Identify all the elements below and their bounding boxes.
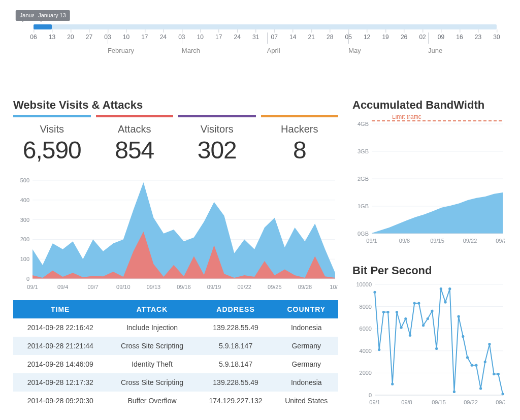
table-cell: United States bbox=[275, 392, 338, 410]
svg-text:100: 100 bbox=[20, 256, 29, 262]
svg-point-80 bbox=[488, 343, 491, 345]
svg-point-77 bbox=[475, 364, 477, 367]
timeline-day-tick: 20 bbox=[67, 34, 74, 41]
svg-point-69 bbox=[440, 287, 442, 290]
stat-visits-value: 6,590 bbox=[13, 136, 91, 164]
svg-text:09/7: 09/7 bbox=[87, 284, 98, 290]
table-cell: 139.228.55.49 bbox=[197, 373, 275, 392]
timeline-track[interactable] bbox=[34, 24, 497, 29]
svg-text:200: 200 bbox=[20, 236, 29, 242]
svg-text:09/29: 09/29 bbox=[496, 238, 505, 244]
attacks-table-body: 2014-09-28 22:16:42Include Injection139.… bbox=[13, 318, 338, 410]
svg-point-63 bbox=[413, 302, 416, 304]
bandwidth-chart: 0GB1GB2GB3GB4GBLimit traffic09/109/809/1… bbox=[352, 115, 505, 247]
timeline-month-tick: May bbox=[348, 47, 361, 54]
bps-chart: 020004000600080001000009/109/809/1509/22… bbox=[352, 280, 505, 407]
svg-text:09/10: 09/10 bbox=[116, 284, 131, 290]
svg-text:09/19: 09/19 bbox=[207, 284, 221, 290]
timeline-month-tick: April bbox=[267, 47, 280, 54]
svg-point-61 bbox=[404, 317, 407, 320]
svg-point-82 bbox=[497, 373, 500, 375]
timeline-day-tick: 16 bbox=[456, 34, 463, 41]
svg-text:09/15: 09/15 bbox=[430, 238, 444, 244]
stat-attacks-bar bbox=[96, 115, 174, 117]
timeline-day-tick: 17 bbox=[141, 34, 148, 41]
timeline-month-tick: March bbox=[182, 47, 200, 54]
svg-text:09/16: 09/16 bbox=[177, 284, 191, 290]
visits-attacks-title: Website Visits & Attacks bbox=[13, 99, 338, 112]
stat-hackers-bar bbox=[261, 115, 339, 117]
stat-visitors: Visitors 302 bbox=[178, 115, 256, 164]
svg-text:09/15: 09/15 bbox=[432, 399, 446, 405]
table-cell: Indonesia bbox=[275, 318, 338, 337]
stat-visits-label: Visits bbox=[13, 123, 91, 135]
svg-point-73 bbox=[458, 315, 460, 318]
svg-point-60 bbox=[400, 326, 403, 329]
attacks-table-head: TIMEATTACKADDRESSCOUNTRY bbox=[13, 300, 338, 318]
table-cell: Cross Site Scripting bbox=[107, 373, 197, 392]
svg-text:10/1: 10/1 bbox=[330, 284, 338, 290]
bandwidth-title: Accumulated BandWidth bbox=[352, 99, 507, 112]
svg-point-72 bbox=[453, 391, 456, 393]
table-cell: Identity Theft bbox=[107, 355, 197, 373]
svg-point-62 bbox=[409, 334, 411, 337]
timeline-day-tick: 10 bbox=[123, 34, 129, 41]
svg-point-75 bbox=[466, 356, 469, 359]
timeline-handle-end-label: January 13 bbox=[34, 10, 70, 21]
svg-text:09/22: 09/22 bbox=[237, 284, 251, 290]
svg-text:09/1: 09/1 bbox=[366, 238, 377, 244]
svg-point-59 bbox=[396, 311, 398, 313]
attacks-table-header: COUNTRY bbox=[275, 300, 338, 318]
stat-hackers-value: 8 bbox=[261, 136, 339, 164]
visits-attacks-svg: 010020030040050009/109/409/709/1009/1309… bbox=[13, 176, 338, 293]
timeline-day-tick: 12 bbox=[364, 34, 370, 41]
svg-point-57 bbox=[386, 311, 389, 313]
table-cell: Buffer Overflow bbox=[107, 392, 197, 410]
stat-visitors-value: 302 bbox=[178, 136, 256, 164]
svg-text:6000: 6000 bbox=[360, 326, 372, 332]
attacks-table: TIMEATTACKADDRESSCOUNTRY 2014-09-28 22:1… bbox=[13, 300, 338, 410]
timeline-day-tick: 24 bbox=[234, 34, 241, 41]
table-cell: 174.129.227.132 bbox=[197, 392, 275, 410]
timeline-handle-end[interactable]: January 13 bbox=[34, 10, 70, 21]
stat-visits: Visits 6,590 bbox=[13, 115, 91, 164]
table-cell: 2014-09-28 14:46:09 bbox=[13, 355, 107, 373]
timeline-day-tick: 02 bbox=[419, 34, 426, 41]
stat-visitors-label: Visitors bbox=[178, 123, 256, 135]
svg-text:500: 500 bbox=[20, 177, 29, 183]
svg-text:09/1: 09/1 bbox=[369, 399, 380, 405]
svg-point-58 bbox=[391, 383, 394, 385]
table-cell: Germany bbox=[275, 337, 338, 355]
timeline-day-tick: 24 bbox=[160, 34, 167, 41]
svg-point-68 bbox=[435, 347, 438, 350]
svg-text:09/28: 09/28 bbox=[298, 284, 312, 290]
svg-text:1GB: 1GB bbox=[358, 203, 369, 209]
svg-point-56 bbox=[382, 311, 385, 313]
attacks-table-header: ATTACK bbox=[107, 300, 197, 318]
timeline-selection[interactable] bbox=[34, 24, 52, 29]
timeline-day-tick: 27 bbox=[86, 34, 92, 41]
timeline-day-tick: 13 bbox=[49, 34, 55, 41]
timeline-day-tick: 06 bbox=[30, 34, 37, 41]
svg-text:09/29: 09/29 bbox=[496, 399, 505, 405]
svg-text:4GB: 4GB bbox=[358, 121, 369, 127]
table-cell: Include Injection bbox=[107, 318, 197, 337]
table-row: 2014-09-28 22:16:42Include Injection139.… bbox=[13, 318, 338, 337]
bps-title: Bit Per Second bbox=[352, 264, 507, 277]
svg-text:400: 400 bbox=[20, 197, 29, 203]
svg-text:300: 300 bbox=[20, 217, 29, 223]
table-cell: 2014-09-28 09:20:30 bbox=[13, 392, 107, 410]
svg-point-76 bbox=[471, 364, 473, 367]
stat-visits-bar bbox=[13, 115, 91, 117]
table-cell: Cross Site Scripting bbox=[107, 337, 197, 355]
svg-text:09/22: 09/22 bbox=[463, 238, 477, 244]
svg-point-71 bbox=[448, 287, 451, 290]
stats-row: Visits 6,590 Attacks 854 Visitors 302 Ha… bbox=[13, 115, 338, 164]
table-row: 2014-09-28 21:21:44Cross Site Scripting5… bbox=[13, 337, 338, 355]
timeline-day-tick: 07 bbox=[271, 34, 278, 41]
timeline-day-tick: 21 bbox=[308, 34, 315, 41]
table-cell: Indonesia bbox=[275, 373, 338, 392]
timeline[interactable]: January 06 January 13 061320270310172403… bbox=[13, 10, 507, 61]
svg-text:Limit traffic: Limit traffic bbox=[392, 115, 421, 120]
timeline-day-tick: 17 bbox=[215, 34, 222, 41]
